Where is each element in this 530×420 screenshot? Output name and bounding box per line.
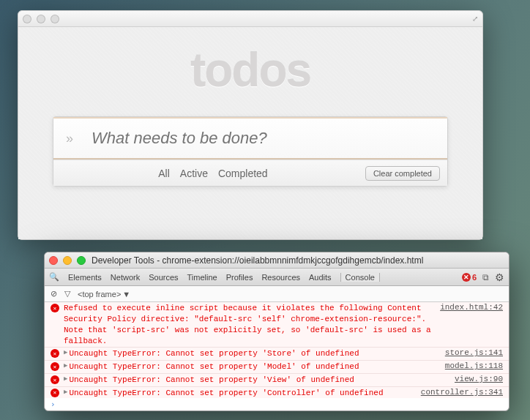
clear-completed-button[interactable]: Clear completed xyxy=(365,166,440,181)
error-message: Uncaught TypeError: Cannot set property … xyxy=(69,361,437,372)
console-error-row[interactable]: ✕▶Uncaught TypeError: Cannot set propert… xyxy=(45,361,509,374)
expand-arrow-icon[interactable]: ▶ xyxy=(64,348,67,356)
todo-footer: All Active Completed Clear completed xyxy=(53,160,447,186)
traffic-lights xyxy=(23,15,59,23)
console-error-row[interactable]: ✕▶Uncaught TypeError: Cannot set propert… xyxy=(45,374,509,387)
todo-input-row: » xyxy=(53,117,447,160)
console-input[interactable] xyxy=(60,400,503,409)
error-icon: ✕ xyxy=(51,362,59,371)
tab-elements[interactable]: Elements xyxy=(68,273,102,282)
error-source-link[interactable]: store.js:141 xyxy=(445,348,503,357)
filter-completed[interactable]: Completed xyxy=(218,168,268,179)
console-error-row[interactable]: ✕▶Uncaught TypeError: Cannot set propert… xyxy=(45,387,509,398)
console-error-row[interactable]: ✕▶Uncaught TypeError: Cannot set propert… xyxy=(45,348,509,361)
expand-arrow-icon[interactable]: ▶ xyxy=(64,361,67,370)
error-source-link[interactable]: index.html:42 xyxy=(440,303,503,312)
app-window: ⤢ todos » All Active Completed Clear com… xyxy=(18,10,483,240)
frame-label: <top frame> xyxy=(78,290,121,299)
filter-icon[interactable]: ▽ xyxy=(64,289,70,299)
tabs-right: ✕ 6 ⧉ ⚙ xyxy=(462,271,504,283)
tab-network[interactable]: Network xyxy=(111,273,140,282)
expand-arrow-icon[interactable]: ▶ xyxy=(64,388,67,396)
close-icon[interactable] xyxy=(23,15,31,23)
minimize-icon[interactable] xyxy=(37,15,45,23)
console-prompt: › xyxy=(45,398,509,410)
gear-icon[interactable]: ⚙ xyxy=(495,271,504,283)
expand-arrow-icon[interactable]: ▶ xyxy=(64,375,67,383)
minimize-icon[interactable] xyxy=(63,256,72,265)
error-message: Refused to execute inline script because… xyxy=(64,303,433,346)
filter-all[interactable]: All xyxy=(158,168,170,179)
chevron-down-icon: ▼ xyxy=(122,290,130,299)
devtools-title: Developer Tools - chrome-extension://oie… xyxy=(92,255,423,266)
traffic-lights xyxy=(49,256,86,265)
app-titlebar[interactable]: ⤢ xyxy=(18,11,482,27)
error-dot-icon: ✕ xyxy=(462,273,471,282)
error-message: Uncaught TypeError: Cannot set property … xyxy=(69,375,447,386)
close-icon[interactable] xyxy=(49,256,58,265)
tab-resources[interactable]: Resources xyxy=(261,273,300,282)
tab-audits[interactable]: Audits xyxy=(309,273,332,282)
frame-selector[interactable]: <top frame> ▼ xyxy=(78,290,130,299)
filter-active[interactable]: Active xyxy=(180,168,208,179)
error-count-badge[interactable]: ✕ 6 xyxy=(462,273,477,282)
prompt-chevron-icon: › xyxy=(51,400,56,409)
devtools-window: Developer Tools - chrome-extension://oie… xyxy=(44,252,510,411)
todo-container: » All Active Completed Clear completed xyxy=(53,116,448,187)
tab-timeline[interactable]: Timeline xyxy=(187,273,217,282)
devtools-tabs: 🔍 Elements Network Sources Timeline Prof… xyxy=(45,269,509,286)
error-source-link[interactable]: view.js:90 xyxy=(455,375,503,383)
error-count-value: 6 xyxy=(472,273,477,282)
filter-group: All Active Completed xyxy=(158,168,267,179)
error-icon: ✕ xyxy=(51,304,59,312)
new-todo-input[interactable] xyxy=(86,120,447,157)
toggle-all-icon[interactable]: » xyxy=(53,131,86,146)
tab-profiles[interactable]: Profiles xyxy=(226,273,253,282)
clear-console-icon[interactable]: ⊘ xyxy=(51,289,57,299)
devtools-titlebar[interactable]: Developer Tools - chrome-extension://oie… xyxy=(45,252,509,269)
tab-sources[interactable]: Sources xyxy=(149,273,178,282)
error-icon: ✕ xyxy=(51,389,59,397)
console-error-row[interactable]: ✕Refused to execute inline script becaus… xyxy=(45,302,509,348)
error-message: Uncaught TypeError: Cannot set property … xyxy=(69,388,413,398)
app-body: todos » All Active Completed Clear compl… xyxy=(18,27,482,239)
error-icon: ✕ xyxy=(51,375,59,384)
error-icon: ✕ xyxy=(51,349,59,358)
error-message: Uncaught TypeError: Cannot set property … xyxy=(69,348,437,359)
search-icon[interactable]: 🔍 xyxy=(49,272,59,282)
console-body: ✕Refused to execute inline script becaus… xyxy=(45,302,509,398)
tab-console[interactable]: Console xyxy=(340,273,380,282)
error-source-link[interactable]: model.js:118 xyxy=(445,361,503,370)
zoom-icon[interactable] xyxy=(51,15,59,23)
console-toolbar: ⊘ ▽ <top frame> ▼ xyxy=(45,286,509,302)
app-title: todos xyxy=(190,43,310,97)
zoom-icon[interactable] xyxy=(77,256,86,265)
drawer-toggle-icon[interactable]: ⧉ xyxy=(482,272,489,282)
fullscreen-icon[interactable]: ⤢ xyxy=(472,15,478,23)
error-source-link[interactable]: controller.js:341 xyxy=(421,388,503,397)
